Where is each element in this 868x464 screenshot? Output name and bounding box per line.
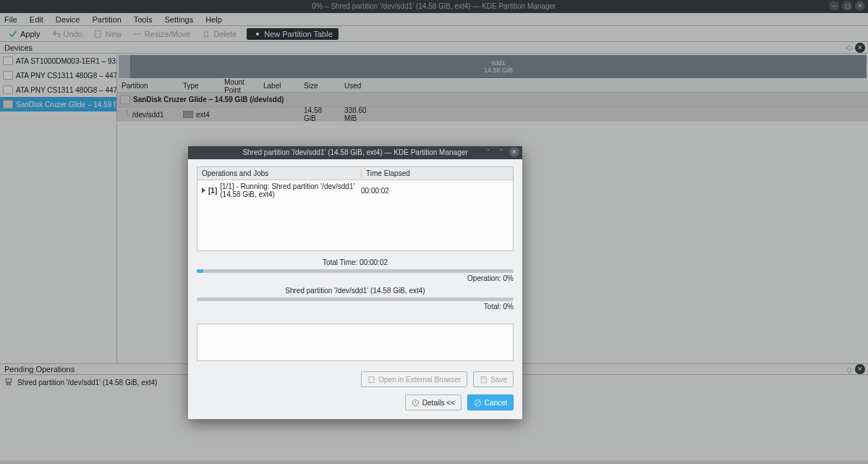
save-icon [480,376,488,384]
details-button[interactable]: Details << [405,395,461,410]
document-icon [367,376,375,384]
ops-col-elapsed[interactable]: Time Elapsed [361,169,513,177]
open-external-browser-button: Open in External Browser [361,371,467,387]
dialog-chevron-up-icon[interactable]: ˄ [496,147,506,157]
dialog-chevron-down-icon[interactable]: ˅ [483,147,493,157]
log-output-box[interactable] [197,324,514,361]
operation-row[interactable]: [1] [1/1] - Running: Shred partition '/d… [197,180,513,201]
svg-rect-3 [369,376,374,382]
current-op-label: Shred partition '/dev/sdd1' (14.58 GiB, … [197,287,514,295]
total-time-label: Total Time: 00:00:02 [197,258,514,266]
total-percent-label: Total: 0% [197,303,514,311]
operations-jobs-box: Operations and Jobs Time Elapsed [1] [1/… [197,166,514,251]
total-progress: Total: 0% [197,298,514,311]
dialog-title-text: Shred partition '/dev/sdd1' (14.58 GiB, … [242,148,467,156]
dialog-close-icon[interactable]: ✕ [509,147,519,157]
operation-percent-label: Operation: 0% [197,274,514,282]
dialog-titlebar[interactable]: Shred partition '/dev/sdd1' (14.58 GiB, … [188,146,522,159]
operation-progress: Operation: 0% [197,269,514,282]
progress-dialog: Shred partition '/dev/sdd1' (14.58 GiB, … [188,146,522,419]
cancel-icon [474,399,482,407]
chevron-right-icon[interactable] [202,187,205,193]
cancel-button[interactable]: Cancel [467,395,514,410]
details-icon [412,399,420,407]
ops-col-operations[interactable]: Operations and Jobs [197,169,361,177]
save-button: Save [473,371,514,387]
